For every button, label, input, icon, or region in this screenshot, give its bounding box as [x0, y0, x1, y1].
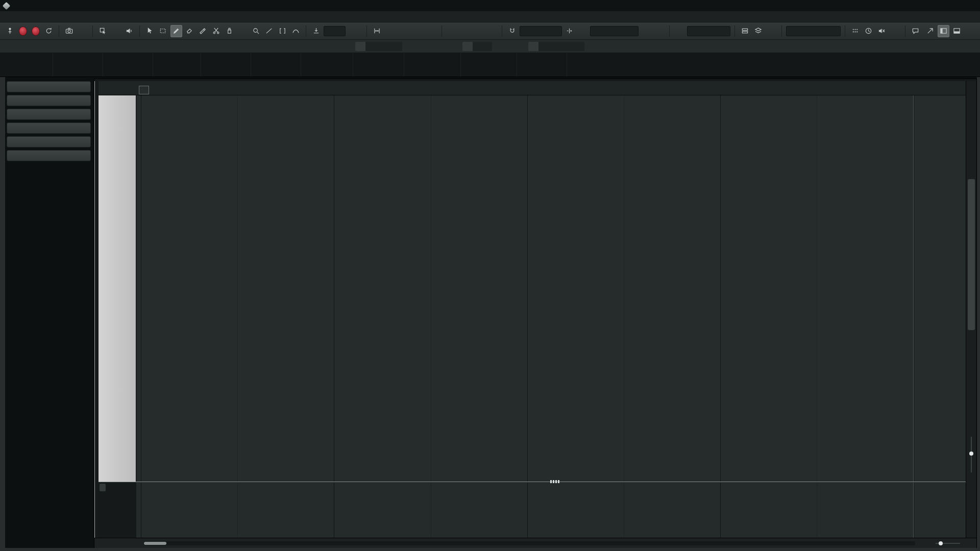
- setup-toolbar-kebab-icon[interactable]: [964, 25, 976, 37]
- independent-loop-icon[interactable]: [43, 25, 55, 37]
- erase-tool[interactable]: [184, 25, 195, 37]
- minimize-button[interactable]: [910, 0, 933, 11]
- auto-select-controllers-icon[interactable]: [97, 25, 109, 37]
- track-list-icon[interactable]: [739, 25, 751, 37]
- quantize-panel-icon[interactable]: [653, 25, 665, 37]
- timeline-ruler[interactable]: [99, 81, 967, 95]
- panel-length[interactable]: [7, 150, 91, 161]
- lane-divider[interactable]: [99, 482, 967, 482]
- velocity-dropdown-icon[interactable]: [351, 25, 362, 37]
- controller-lane-selector[interactable]: [100, 484, 106, 491]
- scroll-up-icon[interactable]: [966, 81, 976, 89]
- part-name-chip[interactable]: [139, 86, 149, 94]
- trim-tool[interactable]: [197, 25, 209, 37]
- note-grid[interactable]: [136, 95, 966, 482]
- show-part-borders-icon[interactable]: [277, 25, 288, 37]
- scroll-right-icon[interactable]: [916, 538, 923, 548]
- horizontal-scroll-track[interactable]: [143, 541, 915, 545]
- quantize-q-icon: [577, 25, 589, 37]
- midi-input-icon[interactable]: [876, 25, 888, 37]
- horizontal-scrollbar[interactable]: [94, 538, 976, 548]
- draw-tool[interactable]: [170, 25, 182, 37]
- ruler-ticks: [136, 81, 966, 95]
- chord-display: [528, 42, 584, 51]
- pin-icon[interactable]: [4, 25, 16, 37]
- lane-resize-handle[interactable]: [550, 480, 560, 483]
- toolbar-kebab-icon[interactable]: [889, 25, 901, 37]
- nudge-up-icon[interactable]: [446, 25, 458, 37]
- mouse-time-value: [365, 42, 402, 51]
- quantize-value-select[interactable]: [590, 26, 639, 36]
- move-down-icon[interactable]: [486, 25, 498, 37]
- horizontal-scroll-thumb[interactable]: [144, 542, 166, 545]
- window-zones-icon[interactable]: [924, 25, 936, 37]
- chord-display-value: [538, 42, 584, 51]
- object-selection-tool[interactable]: [144, 25, 156, 37]
- horizontal-zoom-out-icon[interactable]: [925, 538, 934, 548]
- mouse-value-value: [473, 42, 492, 51]
- show-lower-zone-icon[interactable]: [951, 25, 963, 37]
- link-to-grid-select[interactable]: [384, 26, 437, 36]
- panel-chord-edit[interactable]: [7, 109, 91, 120]
- title-bar: [0, 0, 980, 11]
- lane-bar-2-line: [913, 483, 914, 538]
- insert-velocity-icon[interactable]: [310, 25, 322, 37]
- mouse-time-label: [355, 42, 365, 51]
- close-button[interactable]: [957, 0, 980, 11]
- layers-dropdown-icon[interactable]: [766, 25, 777, 37]
- window-frame-right: [977, 77, 980, 551]
- show-left-zone-icon[interactable]: [938, 25, 949, 37]
- solo-editor-button[interactable]: [19, 27, 27, 36]
- length-quantize-select[interactable]: [687, 26, 730, 36]
- vertical-zoom-out-icon[interactable]: [966, 426, 976, 434]
- camera-dropdown-icon[interactable]: [77, 25, 88, 37]
- link-to-grid-icon[interactable]: [371, 25, 383, 37]
- acoustic-feedback-icon[interactable]: [124, 25, 135, 37]
- glue-tool[interactable]: [224, 25, 235, 37]
- panel-quantize[interactable]: [7, 122, 91, 134]
- range-selection-tool[interactable]: [157, 25, 169, 37]
- panel-scale-assistant[interactable]: [7, 95, 91, 106]
- zoom-tool[interactable]: [250, 25, 262, 37]
- nudge-down-icon[interactable]: [459, 25, 471, 37]
- app-icon: [3, 2, 11, 10]
- split-tool[interactable]: [210, 25, 222, 37]
- maximize-button[interactable]: [933, 0, 957, 11]
- velocity-lane[interactable]: [136, 483, 966, 538]
- event-colors-bubble-icon[interactable]: [910, 25, 921, 37]
- vertical-scrollbar[interactable]: [966, 81, 976, 538]
- camera-icon[interactable]: [63, 25, 75, 37]
- record-in-editor-button[interactable]: [32, 27, 40, 36]
- vertical-zoom-in-icon[interactable]: [966, 473, 976, 481]
- move-up-icon[interactable]: [473, 25, 484, 37]
- tempo-icon[interactable]: [863, 25, 874, 37]
- step-input-icon[interactable]: [849, 25, 861, 37]
- snap-icon[interactable]: [506, 25, 518, 37]
- piano-keyboard[interactable]: [99, 95, 136, 482]
- horizontal-zoom-in-icon[interactable]: [962, 538, 970, 548]
- note-info-line: [0, 53, 980, 77]
- select-dropdown-icon[interactable]: [110, 25, 122, 37]
- mute-tool[interactable]: [237, 25, 249, 37]
- insert-velocity-field[interactable]: [324, 26, 346, 36]
- horizontal-zoom-thumb[interactable]: [939, 541, 943, 545]
- panel-transpose[interactable]: [7, 136, 91, 147]
- iterative-quantize-icon[interactable]: [640, 25, 652, 37]
- scroll-left-icon[interactable]: [135, 538, 142, 548]
- vertical-scroll-thumb[interactable]: [968, 179, 975, 330]
- quantize-preset-select[interactable]: [520, 26, 562, 36]
- panel-note-expression[interactable]: [7, 81, 91, 92]
- window-frame-left: [0, 77, 5, 551]
- line-tool[interactable]: [263, 25, 275, 37]
- window-frame-bottom: [0, 548, 980, 551]
- scroll-down-icon[interactable]: [966, 414, 976, 422]
- add-lane-icon[interactable]: [103, 538, 113, 548]
- part-editing-mode-icon[interactable]: [290, 25, 302, 37]
- mouse-value-label: [462, 42, 473, 51]
- part-selector[interactable]: [786, 26, 841, 36]
- controller-lane-header: [99, 483, 136, 538]
- lane-setup-dropdown-icon[interactable]: [116, 538, 126, 548]
- snap-type-icon[interactable]: [564, 25, 575, 37]
- vertical-zoom-thumb[interactable]: [969, 452, 973, 456]
- layers-icon[interactable]: [752, 25, 764, 37]
